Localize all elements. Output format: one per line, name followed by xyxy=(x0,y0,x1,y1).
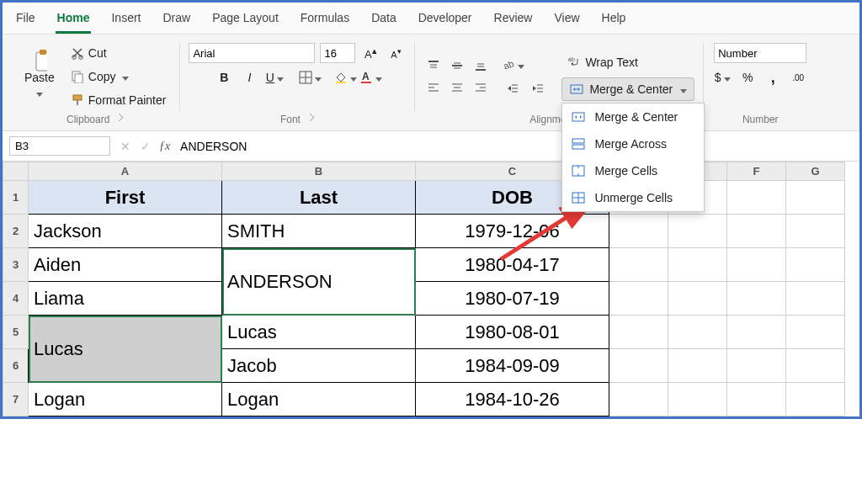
cell[interactable] xyxy=(727,383,786,416)
column-header[interactable]: A xyxy=(29,162,222,181)
cell[interactable]: 1979-12-06 xyxy=(416,215,609,248)
align-center-button[interactable] xyxy=(447,78,467,97)
tab-data[interactable]: Data xyxy=(370,8,398,34)
cell[interactable] xyxy=(727,248,786,282)
currency-button[interactable]: $ xyxy=(712,68,732,87)
cut-button[interactable]: Cut xyxy=(65,43,172,63)
cell[interactable]: Aiden xyxy=(29,248,222,282)
row-header[interactable]: 4 xyxy=(3,282,29,316)
decrease-indent-button[interactable] xyxy=(503,79,523,98)
cell[interactable] xyxy=(668,316,727,349)
cell[interactable]: Jacob xyxy=(222,349,416,383)
cell[interactable]: 1980-08-01 xyxy=(416,316,609,349)
table-header-cell[interactable]: First xyxy=(29,181,222,215)
cell[interactable] xyxy=(609,248,668,282)
percent-button[interactable]: % xyxy=(737,68,758,87)
cell[interactable]: Lucas xyxy=(29,316,222,383)
cell[interactable]: Logan xyxy=(29,383,222,416)
cell[interactable]: 1980-07-19 xyxy=(416,282,609,316)
group-label-clipboard[interactable]: Clipboard xyxy=(19,110,171,125)
paste-button[interactable]: Paste xyxy=(19,52,60,101)
cell[interactable]: ANDERSON xyxy=(222,248,416,316)
orientation-button[interactable]: ab xyxy=(503,56,523,74)
italic-button[interactable]: I xyxy=(239,68,259,87)
cell[interactable]: SMITH xyxy=(222,215,416,248)
cell[interactable] xyxy=(786,316,845,349)
tab-insert[interactable]: Insert xyxy=(109,8,142,34)
align-middle-button[interactable] xyxy=(447,56,467,75)
cell[interactable] xyxy=(668,282,727,316)
row-header[interactable]: 2 xyxy=(3,215,29,248)
tab-file[interactable]: File xyxy=(14,8,37,34)
font-name-select[interactable] xyxy=(189,43,315,63)
cell[interactable] xyxy=(727,215,786,248)
tab-view[interactable]: View xyxy=(552,8,581,34)
cell[interactable]: Liama xyxy=(29,282,222,316)
align-bottom-button[interactable] xyxy=(471,56,491,75)
cell[interactable] xyxy=(668,383,727,416)
cell[interactable] xyxy=(609,316,668,349)
cell[interactable] xyxy=(786,181,845,215)
underline-button[interactable]: U xyxy=(264,68,285,87)
column-header[interactable]: F xyxy=(727,162,786,181)
bold-button[interactable]: B xyxy=(214,68,234,87)
cell[interactable]: 1984-10-26 xyxy=(416,383,609,416)
tab-formulas[interactable]: Formulas xyxy=(299,8,351,34)
confirm-icon[interactable]: ✓ xyxy=(137,140,154,153)
borders-button[interactable] xyxy=(300,68,320,87)
row-header[interactable]: 7 xyxy=(3,383,29,416)
group-label-font[interactable]: Font xyxy=(189,110,406,125)
column-header[interactable]: G xyxy=(786,162,845,181)
cell[interactable] xyxy=(668,215,727,248)
cell[interactable] xyxy=(786,248,845,282)
column-header[interactable]: B xyxy=(222,162,416,181)
cell[interactable]: 1984-09-09 xyxy=(416,349,609,383)
row-header[interactable]: 6 xyxy=(3,349,29,383)
name-box[interactable] xyxy=(9,136,110,156)
group-label-number[interactable]: Number xyxy=(712,110,808,125)
cell[interactable] xyxy=(786,349,845,383)
increase-indent-button[interactable] xyxy=(528,79,548,98)
fill-color-button[interactable] xyxy=(335,68,355,87)
copy-button[interactable]: Copy xyxy=(65,66,172,87)
cell[interactable] xyxy=(609,282,668,316)
fx-icon[interactable]: ƒx xyxy=(154,140,175,153)
align-top-button[interactable] xyxy=(423,56,444,75)
cell[interactable]: Lucas xyxy=(222,316,416,349)
cancel-icon[interactable]: ✕ xyxy=(117,140,134,153)
font-size-select[interactable] xyxy=(320,43,355,63)
cell[interactable] xyxy=(786,282,845,316)
merge-across-item[interactable]: Merge Across xyxy=(562,130,704,157)
cell[interactable] xyxy=(668,349,727,383)
align-right-button[interactable] xyxy=(471,78,491,97)
comma-button[interactable]: , xyxy=(763,68,783,87)
increase-font-button[interactable]: A▴ xyxy=(360,44,380,62)
tab-review[interactable]: Review xyxy=(492,8,535,34)
spreadsheet-grid[interactable]: ABCDEFG1FirstLastDOB2JacksonSMITH1979-12… xyxy=(3,162,845,416)
cell[interactable]: Logan xyxy=(222,383,416,416)
tab-help[interactable]: Help xyxy=(600,8,628,34)
row-header[interactable]: 1 xyxy=(3,181,29,215)
cell[interactable] xyxy=(609,383,668,416)
cell[interactable] xyxy=(609,215,668,248)
cell[interactable] xyxy=(727,316,786,349)
select-all-corner[interactable] xyxy=(3,162,29,181)
tab-developer[interactable]: Developer xyxy=(417,8,474,34)
format-painter-button[interactable]: Format Painter xyxy=(65,90,172,110)
font-color-button[interactable]: A xyxy=(360,68,380,87)
cell[interactable]: Jackson xyxy=(29,215,222,248)
cell[interactable]: 1980-04-17 xyxy=(416,248,609,282)
decrease-font-button[interactable]: A▾ xyxy=(386,44,406,62)
cell[interactable] xyxy=(727,181,786,215)
cell[interactable] xyxy=(786,215,845,248)
cell[interactable] xyxy=(786,383,845,416)
cell[interactable] xyxy=(668,248,727,282)
formula-input[interactable] xyxy=(175,136,859,157)
tab-draw[interactable]: Draw xyxy=(161,8,192,34)
wrap-text-button[interactable]: ab Wrap Text xyxy=(561,52,694,72)
tab-home[interactable]: Home xyxy=(56,8,92,34)
increase-decimal-button[interactable]: .00 xyxy=(788,68,808,87)
align-left-button[interactable] xyxy=(423,78,444,97)
unmerge-cells-item[interactable]: Unmerge Cells xyxy=(562,184,704,211)
cell[interactable] xyxy=(727,349,786,383)
